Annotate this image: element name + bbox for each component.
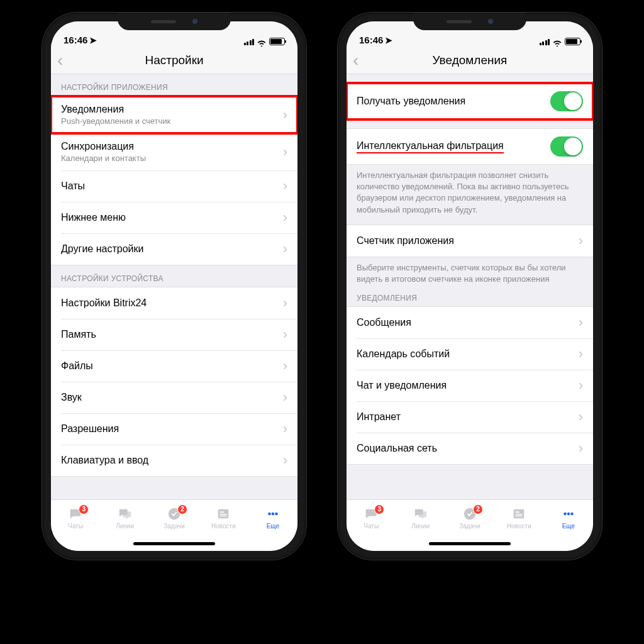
lines-icon [413,507,429,521]
chevron-right-icon: › [579,314,583,331]
row-permissions[interactable]: Разрешения › [51,413,297,445]
phone-left: 16:46➤ ‹ Настройки НАСТРОЙКИ ПРИЛОЖЕНИЯ … [42,13,306,560]
row-notifications[interactable]: Уведомления Push-уведомления и счетчик › [51,96,297,133]
news-icon [511,507,527,521]
news-icon [215,507,231,521]
chevron-right-icon: › [283,389,287,406]
row-memory[interactable]: Память › [51,319,297,350]
tab-chats[interactable]: 3 Чаты [347,500,396,536]
tab-label: Еще [562,523,575,530]
row-other[interactable]: Другие настройки › [51,233,297,265]
svg-point-17 [564,512,567,515]
home-indicator[interactable] [347,536,593,551]
tab-lines[interactable]: Линии [100,500,149,536]
row-counter-label: Счетчик приложения [357,235,575,247]
home-indicator[interactable] [51,536,297,551]
badge: 2 [473,504,483,514]
row-bitrix-label: Настройки Bitrix24 [61,297,279,309]
more-icon [265,507,281,521]
screen-right: 16:46➤ ‹ Уведомления Получать уведомлени… [347,21,593,551]
row-notifications-label: Уведомления [61,104,279,115]
group-app: Уведомления Push-уведомления и счетчик ›… [51,96,297,265]
notifications-list[interactable]: Получать уведомления Интеллектуальная фи… [347,74,593,499]
row-bottom-menu[interactable]: Нижнее меню › [51,202,297,233]
row-other-label: Другие настройки [61,243,279,255]
tab-label: Линии [116,523,134,530]
row-app-counter[interactable]: Счетчик приложения › [347,225,593,257]
row-bottom-menu-label: Нижнее меню [61,212,279,223]
section-app-settings: НАСТРОЙКИ ПРИЛОЖЕНИЯ [51,74,297,96]
svg-rect-14 [516,511,519,513]
chevron-right-icon: › [283,107,287,123]
svg-rect-5 [220,514,227,514]
tab-news[interactable]: Новости [494,500,543,536]
tab-more[interactable]: Еще [544,500,593,536]
row-messages[interactable]: Сообщения › [347,307,593,338]
tab-lines[interactable]: Линии [396,500,445,536]
section-notifications: УВЕДОМЛЕНИЯ [347,294,593,306]
row-bitrix[interactable]: Настройки Bitrix24 › [51,287,297,319]
row-calendar-label: Календарь событий [357,348,575,360]
row-chat-notif[interactable]: Чат и уведомления › [347,370,593,401]
tab-chats[interactable]: 3 Чаты [51,500,100,536]
tab-more[interactable]: Еще [248,500,297,536]
chat-icon: 3 [67,507,84,521]
phone-right: 16:46➤ ‹ Уведомления Получать уведомлени… [338,13,602,560]
row-chats[interactable]: Чаты › [51,170,297,202]
note-counter: Выберите инструменты, счетчик которых вы… [347,257,593,294]
row-sound[interactable]: Звук › [51,382,297,413]
svg-point-9 [275,512,278,515]
row-calendar[interactable]: Календарь событий › [347,338,593,370]
status-right [540,38,581,45]
notch [118,13,231,30]
row-smart-filter[interactable]: Интеллектуальная фильтрация [347,129,593,164]
tab-news[interactable]: Новости [199,500,248,536]
back-button[interactable]: ‹ [57,50,63,70]
tab-label: Задачи [164,523,185,530]
chevron-right-icon: › [283,452,287,469]
note-filter: Интеллектуальная фильтрация позволяет сн… [347,165,593,225]
svg-rect-15 [516,514,523,514]
chevron-right-icon: › [579,377,583,394]
row-intranet-label: Интранет [357,411,575,423]
row-chats-label: Чаты [61,180,279,192]
settings-list[interactable]: НАСТРОЙКИ ПРИЛОЖЕНИЯ Уведомления Push-ув… [51,74,297,499]
row-files[interactable]: Файлы › [51,350,297,382]
row-sync[interactable]: Синхронизация Календари и контакты › [51,133,297,170]
chevron-right-icon: › [283,358,287,374]
svg-point-8 [272,512,275,515]
row-intranet[interactable]: Интранет › [347,401,593,433]
tab-label: Линии [411,523,430,530]
row-social[interactable]: Социальная сеть › [347,433,593,464]
tab-tasks[interactable]: 2 Задачи [150,500,199,536]
tab-tasks[interactable]: 2 Задачи [445,500,494,536]
toggle-receive[interactable] [550,91,583,111]
chevron-right-icon: › [283,144,287,160]
nav-bar: ‹ Уведомления [347,47,593,74]
status-time: 16:46➤ [359,35,392,45]
tab-label: Чаты [68,523,83,530]
tab-bar: 3 Чаты Линии 2 Задачи [347,499,593,536]
chevron-right-icon: › [283,209,287,226]
row-sound-label: Звук [61,392,279,403]
chevron-right-icon: › [579,409,583,425]
svg-rect-10 [368,511,375,512]
row-keyboard-label: Клавиатура и ввод [61,455,279,466]
more-icon [560,507,577,521]
wifi-icon [552,38,562,45]
toggle-filter[interactable] [550,136,583,157]
group-counter: Счетчик приложения › [347,225,593,257]
tab-label: Еще [267,523,279,530]
status-right [244,38,286,45]
tab-label: Задачи [459,523,480,530]
svg-rect-1 [72,513,77,514]
svg-rect-6 [220,515,227,516]
notch [413,13,526,30]
row-receive-notifications[interactable]: Получать уведомления [347,84,593,119]
tasks-icon: 2 [462,507,478,521]
back-button[interactable]: ‹ [353,50,358,70]
badge: 2 [177,504,187,514]
row-keyboard[interactable]: Клавиатура и ввод › [51,445,297,476]
row-smart-filter-label: Интеллектуальная фильтрация [357,140,550,153]
chevron-right-icon: › [579,440,583,457]
